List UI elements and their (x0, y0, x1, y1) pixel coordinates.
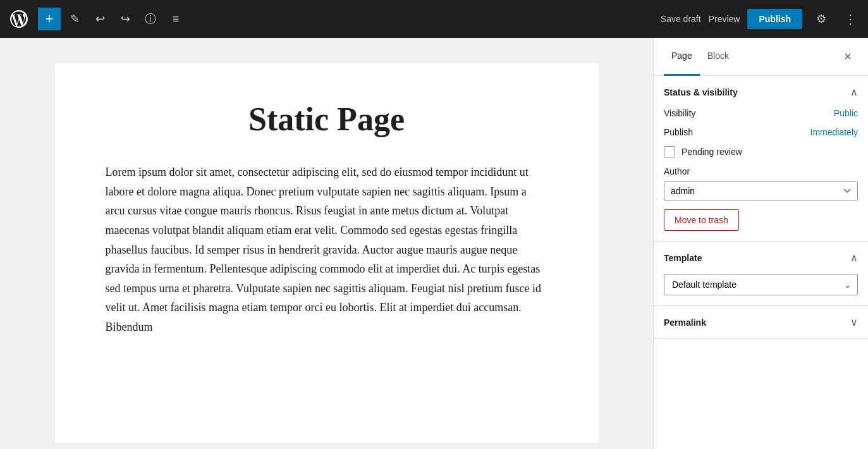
status-visibility-header[interactable]: Status & visibility ∧ (664, 86, 858, 98)
undo-icon: ↩ (95, 12, 105, 26)
status-visibility-section: Status & visibility ∧ Visibility Public … (654, 76, 868, 242)
permalink-title: Permalink (664, 317, 706, 328)
author-select[interactable]: admin (664, 181, 858, 200)
publish-button[interactable]: Publish (747, 9, 802, 29)
editor-area[interactable]: Static Page Lorem ipsum dolor sit amet, … (0, 38, 653, 449)
editor-content: Static Page Lorem ipsum dolor sit amet, … (55, 63, 599, 443)
page-title[interactable]: Static Page (106, 101, 548, 137)
permalink-header[interactable]: Permalink ∨ (664, 316, 858, 328)
list-view-icon: ≡ (173, 13, 180, 26)
settings-button[interactable]: ⚙ (810, 8, 833, 30)
sidebar: Page Block × Status & visibility ∧ Visib… (653, 38, 868, 449)
permalink-section: Permalink ∨ (654, 306, 868, 339)
pending-review-checkbox[interactable] (664, 146, 675, 157)
template-section: Template ∧ Default template Full Width N… (654, 242, 868, 306)
gear-icon: ⚙ (816, 12, 826, 26)
save-draft-button[interactable]: Save draft (661, 14, 701, 24)
add-block-button[interactable]: + (38, 8, 61, 30)
preview-button[interactable]: Preview (709, 14, 740, 24)
status-visibility-title: Status & visibility (664, 87, 738, 97)
template-select[interactable]: Default template Full Width No Sidebar (664, 274, 858, 295)
collapse-icon: ∧ (850, 86, 858, 98)
publish-label: Publish (664, 127, 693, 137)
redo-button[interactable]: ↪ (114, 8, 137, 30)
pen-icon: ✎ (70, 12, 80, 26)
sidebar-close-button[interactable]: × (838, 47, 858, 67)
publish-row: Publish Immediately (664, 127, 858, 137)
sidebar-tabs: Page Block × (654, 38, 868, 76)
publish-value[interactable]: Immediately (810, 127, 858, 137)
visibility-row: Visibility Public (664, 108, 858, 118)
info-icon: ⓘ (145, 11, 156, 27)
template-title: Template (664, 253, 702, 263)
wp-logo-button[interactable] (8, 8, 30, 30)
more-options-button[interactable]: ⋮ (840, 9, 860, 29)
undo-button[interactable]: ↩ (89, 8, 111, 30)
template-collapse-icon: ∧ (850, 252, 858, 264)
visibility-label: Visibility (664, 108, 695, 118)
toolbar-right: Save draft Preview Publish ⚙ ⋮ (661, 8, 860, 30)
info-button[interactable]: ⓘ (139, 8, 162, 30)
tab-block[interactable]: Block (700, 38, 737, 76)
pending-review-label: Pending review (682, 147, 742, 157)
pending-review-row: Pending review (664, 146, 858, 157)
author-group: Author admin (664, 166, 858, 209)
author-label: Author (664, 166, 858, 176)
permalink-collapse-icon: ∨ (850, 316, 858, 328)
redo-icon: ↪ (121, 12, 130, 26)
main-area: Static Page Lorem ipsum dolor sit amet, … (0, 38, 868, 449)
toolbar: + ✎ ↩ ↪ ⓘ ≡ Save draft Preview Publish ⚙… (0, 0, 868, 38)
tab-page[interactable]: Page (664, 38, 700, 76)
template-select-wrap: Default template Full Width No Sidebar ⌄ (664, 274, 858, 295)
move-to-trash-button[interactable]: Move to trash (664, 209, 739, 231)
visibility-value[interactable]: Public (834, 108, 858, 118)
more-icon: ⋮ (844, 12, 857, 26)
editor-body-text[interactable]: Lorem ipsum dolor sit amet, consectetur … (106, 163, 548, 336)
list-view-button[interactable]: ≡ (164, 8, 187, 30)
template-header[interactable]: Template ∧ (664, 252, 858, 264)
tools-button[interactable]: ✎ (63, 8, 86, 30)
